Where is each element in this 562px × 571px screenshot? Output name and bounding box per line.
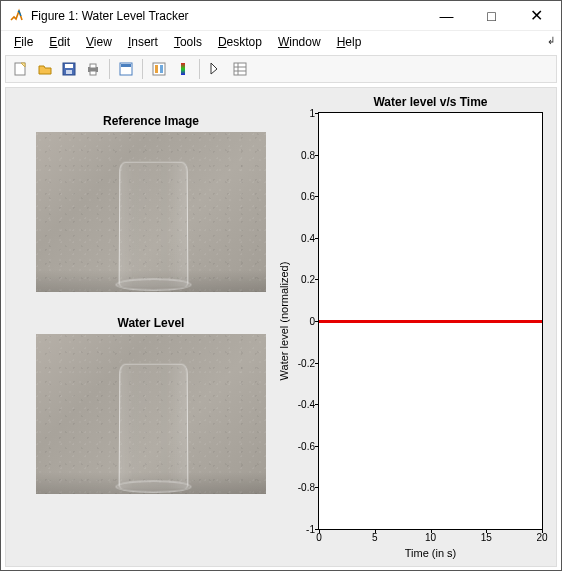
y-tick [315,446,319,447]
close-button[interactable]: ✕ [514,1,559,30]
svg-rect-7 [90,71,96,75]
svg-rect-12 [160,65,163,73]
open-property-inspector-button[interactable] [229,58,251,80]
series-line [319,320,542,323]
dock-toggle-icon[interactable]: ↲ [547,35,555,46]
x-tick-label: 5 [372,532,378,543]
link-plot-button[interactable] [148,58,170,80]
menu-insert[interactable]: Insert [121,33,165,51]
chart-title: Water level v/s Time [373,95,487,109]
glass-outline [118,162,188,287]
svg-rect-3 [65,64,73,68]
menu-edit[interactable]: Edit [42,33,77,51]
window-title: Figure 1: Water Level Tracker [31,9,424,23]
chart-xlabel: Time (in s) [405,547,457,559]
chart-ylabel: Water level (normalized) [278,262,290,381]
y-tick [315,113,319,114]
y-tick-label: 0.8 [295,149,315,160]
matlab-icon [9,8,25,24]
x-tick-label: 0 [316,532,322,543]
window-titlebar: Figure 1: Water Level Tracker ― □ ✕ [1,1,561,31]
svg-rect-10 [153,63,165,75]
y-tick-label: -0.2 [295,357,315,368]
svg-rect-6 [90,64,96,68]
insert-colorbar-button[interactable] [172,58,194,80]
menu-help[interactable]: Help [330,33,369,51]
maximize-button[interactable]: □ [469,1,514,30]
chart-axes[interactable]: Water level v/s Time Time (in s) Water l… [318,112,543,530]
x-tick-label: 10 [425,532,436,543]
y-tick [315,238,319,239]
figure-canvas: Reference Image Water Level Water level … [5,87,557,567]
svg-rect-11 [155,65,158,73]
minimize-button[interactable]: ― [424,1,469,30]
save-button[interactable] [58,58,80,80]
water-level-image [36,334,266,494]
svg-rect-13 [181,63,185,75]
x-tick-label: 20 [536,532,547,543]
y-tick [315,529,319,530]
edit-plot-button[interactable] [205,58,227,80]
menu-tools[interactable]: Tools [167,33,209,51]
y-tick [315,196,319,197]
new-figure-button[interactable] [10,58,32,80]
y-tick-label: 0 [295,316,315,327]
y-tick-label: -0.4 [295,399,315,410]
reference-image-title: Reference Image [36,114,266,128]
y-tick-label: 1 [295,108,315,119]
y-tick [315,155,319,156]
y-tick-label: 0.6 [295,191,315,202]
reference-image [36,132,266,292]
y-tick [315,404,319,405]
toolbar-separator [199,59,200,79]
water-level-title: Water Level [36,316,266,330]
toolbar-separator [142,59,143,79]
y-tick [315,487,319,488]
y-tick-label: 0.4 [295,232,315,243]
y-tick [315,279,319,280]
print-preview-button[interactable] [115,58,137,80]
figure-toolbar [5,55,557,83]
y-tick [315,363,319,364]
svg-rect-14 [234,63,246,75]
menu-bar: File Edit View Insert Tools Desktop Wind… [1,31,561,53]
menu-window[interactable]: Window [271,33,328,51]
print-button[interactable] [82,58,104,80]
svg-rect-4 [66,70,72,74]
open-button[interactable] [34,58,56,80]
y-tick-label: -1 [295,524,315,535]
menu-view[interactable]: View [79,33,119,51]
svg-rect-9 [121,64,131,67]
y-tick-label: -0.8 [295,482,315,493]
y-tick-label: 0.2 [295,274,315,285]
toolbar-separator [109,59,110,79]
menu-file[interactable]: File [7,33,40,51]
x-tick-label: 15 [481,532,492,543]
y-tick-label: -0.6 [295,440,315,451]
glass-outline [118,364,188,489]
menu-desktop[interactable]: Desktop [211,33,269,51]
